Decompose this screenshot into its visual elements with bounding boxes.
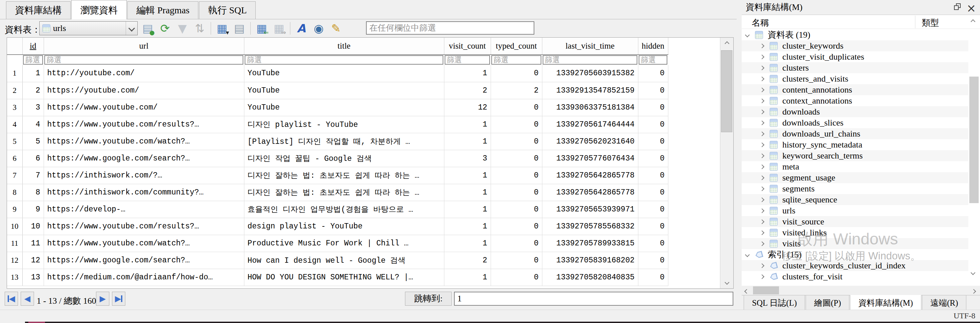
cell-url[interactable]: https://inthiswork.com/?… [44,167,244,184]
cell-visit_count[interactable]: 1 [444,235,491,252]
cell-hidden[interactable]: 0 [638,116,668,133]
edit-icon[interactable]: ✎ [328,21,344,36]
first-page-button[interactable]: ◀ [5,292,18,306]
new-record-icon[interactable]: ▤● [140,21,155,36]
find-icon[interactable]: ◉ [311,21,326,36]
tree-horizontal-scrollbar[interactable] [742,286,980,295]
cell-typed_count[interactable]: 0 [491,150,542,167]
row-number[interactable]: 5 [7,133,22,150]
tree-item-clusters[interactable]: clusters [742,62,968,73]
cell-id[interactable]: 10 [22,218,44,235]
tree-item-context_annotations[interactable]: context_annotations [742,95,968,106]
tab-browse-data[interactable]: 瀏覽資料 [72,0,127,19]
filter-input-last_visit_time[interactable]: 篩選 [542,55,637,65]
cell-id[interactable]: 9 [22,201,44,218]
chevron-right-icon[interactable] [756,55,768,59]
cell-title[interactable]: design playlist - YouTube [244,218,444,235]
chevron-right-icon[interactable] [756,66,768,70]
chevron-right-icon[interactable] [756,264,768,268]
cell-title[interactable]: Productive Music For Work | Chill … [244,235,444,252]
cell-typed_count[interactable]: 0 [491,269,542,286]
cell-hidden[interactable]: 0 [638,235,668,252]
table-select-combo[interactable]: urls [39,21,138,35]
cell-url[interactable]: https://www.google.com/search?… [44,150,244,167]
cell-hidden[interactable]: 0 [638,167,668,184]
cell-typed_count[interactable]: 0 [491,201,542,218]
cell-hidden[interactable]: 0 [638,82,668,99]
chevron-right-icon[interactable] [756,110,768,114]
chevron-right-icon[interactable] [756,231,768,234]
chevron-right-icon[interactable] [756,121,768,125]
tab-sql-log[interactable]: SQL 日誌(L) [744,295,805,311]
tree-scroll-thumb[interactable] [969,77,978,203]
chevron-right-icon[interactable] [756,176,768,179]
cell-id[interactable]: 12 [22,252,44,269]
cell-visit_count[interactable]: 1 [444,269,491,286]
tree-item-visit_source[interactable]: visit_source [742,216,968,227]
cell-hidden[interactable]: 0 [638,133,668,150]
cell-hidden[interactable]: 0 [638,201,668,218]
chevron-down-icon[interactable] [126,22,137,35]
type-column-header[interactable]: 類型 [922,17,939,28]
cell-last_visit_time[interactable]: 13393063375181384 [542,99,638,116]
tree-item-segment_usage[interactable]: segment_usage [742,172,968,183]
cell-title[interactable]: 디자인 작업 꿀팁 - Google 검색 [244,150,444,167]
cell-title[interactable]: [Playlist] 디자인 작업할 때, 차분하게 … [244,133,444,150]
cell-url[interactable]: https://www.youtube.com/ [44,99,244,116]
tree-item-downloads_url_chains[interactable]: downloads_url_chains [742,128,968,139]
cell-url[interactable]: https://medium.com/@adriaanf/how-do… [44,269,244,286]
scroll-up-icon[interactable] [720,38,733,50]
cell-title[interactable]: 디자인 잘하는 법: 초보자도 쉽게 따라 하는 … [244,184,444,201]
row-number[interactable]: 11 [7,235,22,252]
tab-plot[interactable]: 繪圖(P) [806,295,850,311]
cell-last_visit_time[interactable]: 13392705776076434 [542,150,638,167]
tree-item-content_annotations[interactable]: content_annotations [742,84,968,95]
tree-group-tables[interactable]: 資料表 (19) [742,29,968,40]
row-number[interactable]: 1 [7,65,22,82]
filter-any-column-input[interactable] [366,21,535,35]
chevron-right-icon[interactable] [756,165,768,168]
column-header-last_visit_time[interactable]: last_visit_time [542,38,638,55]
print-icon[interactable]: ▤ [232,21,247,36]
column-header-title[interactable]: title [244,38,444,55]
chevron-right-icon[interactable] [756,198,768,201]
cell-id[interactable]: 13 [22,269,44,286]
row-number[interactable]: 13 [7,269,22,286]
cell-visit_count[interactable]: 1 [444,167,491,184]
cell-typed_count[interactable]: 0 [491,235,542,252]
cell-id[interactable]: 8 [22,184,44,201]
column-header-typed_count[interactable]: typed_count [491,38,542,55]
cell-title[interactable]: YouTube [244,99,444,116]
scroll-right-icon[interactable] [972,288,975,294]
cell-last_visit_time[interactable]: 13392705839168202 [542,252,638,269]
goto-record-input[interactable] [454,292,733,306]
chevron-right-icon[interactable] [756,77,768,81]
cell-title[interactable]: YouTube [244,65,444,82]
filter-input-title[interactable]: 篩選 [245,55,443,65]
chevron-down-icon[interactable] [742,33,753,36]
cell-typed_count[interactable]: 0 [491,252,542,269]
cell-url[interactable]: https://www.youtube.com/results?… [44,218,244,235]
cell-visit_count[interactable]: 1 [444,218,491,235]
cell-visit_count[interactable]: 1 [444,201,491,218]
cell-last_visit_time[interactable]: 13392705642865778 [542,167,638,184]
cell-url[interactable]: https://develop-… [44,201,244,218]
cell-url[interactable]: https://www.youtube.com/watch?… [44,133,244,150]
column-header-id[interactable]: id [22,38,44,55]
next-page-button[interactable]: ▶ [96,292,109,306]
tree-item-cluster_visit_duplicates[interactable]: cluster_visit_duplicates [742,51,968,62]
tree-item-sqlite_sequence[interactable]: sqlite_sequence [742,194,968,205]
cell-visit_count[interactable]: 2 [444,252,491,269]
row-number[interactable]: 8 [7,184,22,201]
cell-typed_count[interactable]: 0 [491,99,542,116]
tree-item-meta[interactable]: meta [742,161,968,172]
tab-edit-pragmas[interactable]: 編輯 Pragmas [127,2,198,19]
cell-id[interactable]: 5 [22,133,44,150]
cell-hidden[interactable]: 0 [638,269,668,286]
cell-visit_count[interactable]: 3 [444,150,491,167]
scroll-down-icon[interactable] [720,276,733,288]
tab-execute-sql[interactable]: 執行 SQL [199,2,256,19]
cell-hidden[interactable]: 0 [638,218,668,235]
tab-remote[interactable]: 遠端(R) [922,295,966,311]
tree-item-history_sync_metadata[interactable]: history_sync_metadata [742,139,968,150]
